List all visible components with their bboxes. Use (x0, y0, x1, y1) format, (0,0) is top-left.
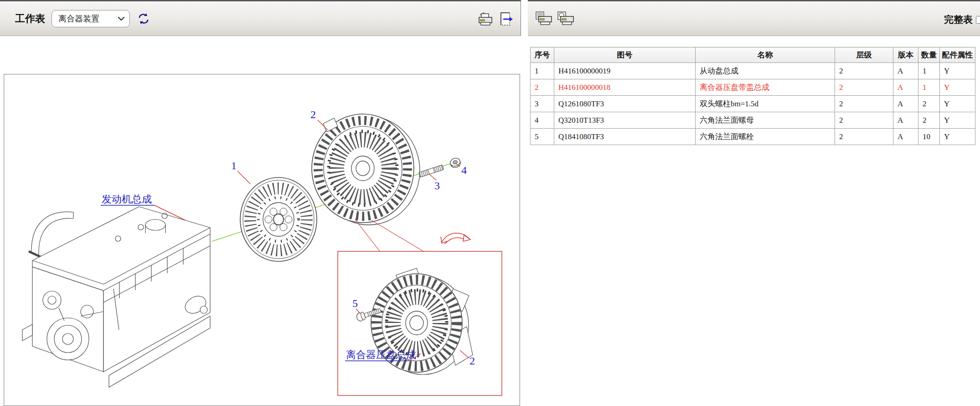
inset-callout-line-right (371, 220, 424, 252)
table-row[interactable]: 4Q32010T13F3六角法兰面螺母2A2Y (531, 112, 975, 129)
parts-table-body: 1H416100000019从动盘总成2A1Y2H416100000018离合器… (531, 63, 975, 145)
table-cell: 3 (531, 96, 554, 112)
table-cell: A (893, 63, 918, 79)
worksheet-label: 工作表 (15, 12, 45, 26)
table-cell: 1 (531, 63, 554, 79)
table-cell: A (893, 112, 918, 129)
engine-drawing (22, 207, 210, 387)
table-cell: 双头螺柱bm=1.5d (696, 96, 835, 112)
clutch-cover-drawing (312, 114, 420, 225)
diagram-canvas: 发动机总成 1 2 (4, 74, 520, 406)
worksheet-select[interactable]: 离合器装置 (52, 10, 130, 27)
worksheet-select-value: 离合器装置 (58, 13, 99, 24)
col-header-name: 名称 (696, 47, 835, 63)
table-cell: Y (940, 112, 975, 129)
table-row[interactable]: 5Q1841080TF3六角法兰面螺栓2A10Y (531, 129, 975, 145)
table-cell: 10 (918, 129, 940, 145)
table-cell: 2 (835, 63, 893, 79)
full-table-checkbox[interactable] (976, 16, 980, 24)
table-cell: H416100000019 (554, 63, 696, 79)
nut-drawing (449, 157, 461, 169)
table-cell: A (893, 129, 918, 145)
col-header-drawing-no: 图号 (554, 47, 696, 63)
parts-table: 序号 图号 名称 层级 版本 数量 配件属性 1H416100000019从动盘… (530, 47, 975, 145)
table-cell: 离合器压盘带盖总成 (696, 79, 835, 96)
col-header-level: 层级 (835, 47, 893, 63)
full-table-label: 完整表 (944, 13, 973, 26)
table-cell: 1 (918, 63, 940, 79)
callout-1-text: 1 (231, 160, 237, 172)
table-cell: 5 (531, 129, 554, 145)
pressure-plate-label[interactable]: 离合器压盘总成 (345, 349, 421, 361)
callout-5[interactable]: 5 (352, 297, 360, 313)
col-header-qty: 数量 (918, 47, 940, 63)
left-panel-toolbar: 工作表 离合器装置 (0, 0, 521, 36)
table-cell: 2 (835, 129, 893, 145)
table-cell: 2 (531, 79, 554, 96)
printer-stamp-icon[interactable] (477, 12, 493, 26)
table-cell: Q1261080TF3 (554, 96, 696, 112)
table-cell: 从动盘总成 (696, 63, 835, 79)
pressure-plate-label-text: 离合器压盘总成 (346, 349, 416, 360)
table-cell: 2 (835, 96, 893, 112)
table-cell: 2 (918, 96, 940, 112)
clutch-disc-drawing (240, 177, 317, 261)
table-row[interactable]: 2H416100000018离合器压盘带盖总成2A1Y (531, 79, 975, 96)
table-cell: A (893, 79, 918, 96)
table-cell: 2 (918, 112, 940, 129)
parts-table-header-row: 序号 图号 名称 层级 版本 数量 配件属性 (531, 47, 975, 63)
table-cell: Q1841080TF3 (554, 129, 696, 145)
stud-drawing (419, 165, 444, 177)
table-cell: 六角法兰面螺栓 (696, 129, 835, 145)
callout-2-text: 2 (310, 109, 316, 120)
table-cell: 4 (531, 112, 554, 129)
table-cell: H416100000018 (554, 79, 696, 96)
print-preview-icon[interactable] (557, 11, 574, 26)
callout-2-inset-text: 2 (469, 355, 475, 367)
table-cell: Y (940, 129, 975, 145)
callout-4-text: 4 (461, 164, 467, 176)
export-page-icon[interactable] (499, 11, 514, 27)
table-cell: Y (940, 96, 975, 112)
col-header-seq: 序号 (531, 47, 554, 63)
print-list-icon[interactable] (535, 11, 552, 26)
table-cell: 2 (835, 112, 893, 129)
col-header-part-attr: 配件属性 (940, 47, 975, 63)
table-cell: 2 (835, 79, 893, 96)
table-cell: 1 (918, 79, 940, 96)
table-cell: A (893, 96, 918, 112)
table-cell: Y (940, 79, 975, 96)
table-row[interactable]: 3Q1261080TF3双头螺柱bm=1.5d2A2Y (531, 96, 975, 112)
chevron-down-icon (118, 16, 125, 21)
refresh-icon[interactable] (137, 12, 150, 25)
exploded-view-drawing: 发动机总成 1 2 (4, 74, 520, 406)
callout-3-text: 3 (434, 180, 440, 192)
table-cell: Q32010T13F3 (554, 112, 696, 129)
right-panel-toolbar: 完整表 (528, 0, 980, 36)
flip-arrow-icon (441, 233, 470, 244)
callout-3[interactable]: 3 (429, 174, 440, 192)
table-cell: 六角法兰面螺母 (696, 112, 835, 129)
table-row[interactable]: 1H416100000019从动盘总成2A1Y (531, 63, 975, 79)
callout-1[interactable]: 1 (231, 160, 250, 184)
table-cell: Y (940, 63, 975, 79)
callout-5-text: 5 (352, 297, 358, 309)
engine-label-text: 发动机总成 (102, 193, 152, 205)
col-header-version: 版本 (893, 47, 918, 63)
